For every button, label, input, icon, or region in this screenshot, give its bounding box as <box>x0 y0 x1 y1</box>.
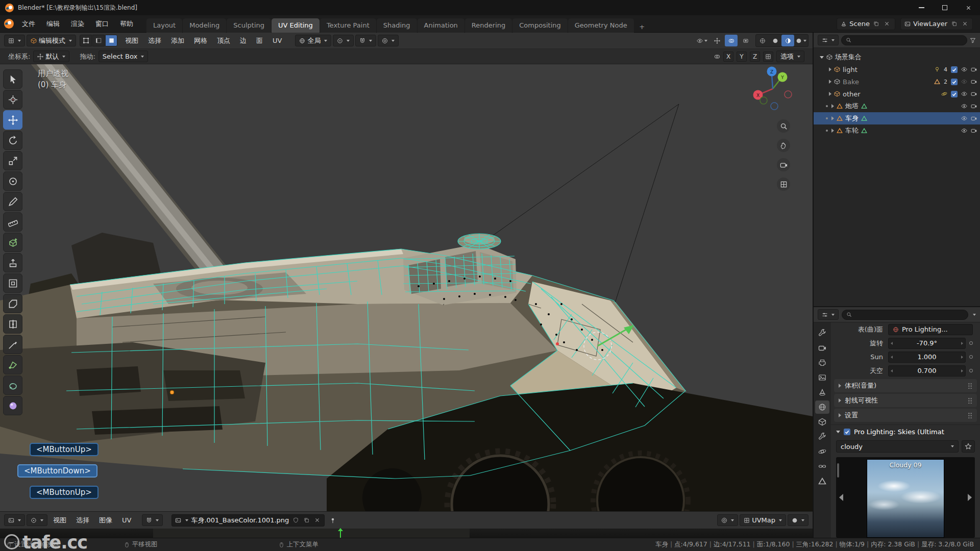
tool-measure[interactable] <box>3 212 22 232</box>
transform-orientation-selector[interactable]: 全局 <box>295 35 331 46</box>
keyframe-dot[interactable] <box>969 355 973 359</box>
properties-tab-physics[interactable] <box>815 445 829 458</box>
tool-transform[interactable] <box>3 171 22 191</box>
camera-visibility-icon[interactable] <box>971 128 977 134</box>
uvmap-selector[interactable]: UVMap <box>740 514 786 526</box>
menu-vertex[interactable]: 顶点 <box>213 34 234 47</box>
tool-knife[interactable] <box>3 335 22 354</box>
outliner-row-turret[interactable]: 炮塔 <box>814 100 980 112</box>
tab-sculpting[interactable]: Sculpting <box>227 18 271 33</box>
rotation-value-field[interactable]: -70.9° <box>888 338 966 349</box>
pan-hand-icon[interactable] <box>777 139 790 152</box>
outliner-row-wheels[interactable]: 车轮 <box>814 124 980 137</box>
uv-menu-select[interactable]: 选择 <box>72 514 93 527</box>
preview-scrollbar[interactable] <box>837 463 839 478</box>
blender-menu-logo[interactable] <box>4 19 14 29</box>
menu-help[interactable]: 帮助 <box>115 17 138 31</box>
collection-checkbox[interactable] <box>951 91 958 97</box>
visibility-dropdown[interactable] <box>695 35 709 46</box>
navigation-gizmo[interactable]: X Y Z <box>749 65 796 112</box>
overlays-toggle[interactable] <box>725 35 738 46</box>
camera-view-icon[interactable] <box>777 158 790 171</box>
tool-smooth[interactable] <box>3 396 22 415</box>
face-select-button[interactable] <box>105 35 117 46</box>
pivot-point-selector[interactable] <box>333 35 354 46</box>
camera-visibility-icon[interactable] <box>971 91 977 97</box>
zoom-icon[interactable] <box>777 119 790 133</box>
section-volume[interactable]: 体积(音量) <box>834 379 977 392</box>
outliner-item-label[interactable]: other <box>843 90 861 98</box>
tab-texture-paint[interactable]: Texture Paint <box>320 18 376 33</box>
camera-visibility-icon[interactable] <box>971 103 977 109</box>
tab-animation[interactable]: Animation <box>418 18 464 33</box>
outliner-row-scene-collection[interactable]: 场景集合 <box>814 51 980 63</box>
snapping-selector[interactable] <box>355 35 376 46</box>
collection-checkbox[interactable] <box>951 79 958 85</box>
menu-render[interactable]: 渲染 <box>66 17 89 31</box>
mode-selector[interactable]: 编辑模式 <box>27 35 76 46</box>
outliner-editor-selector[interactable] <box>818 35 839 45</box>
outliner-item-label[interactable]: 场景集合 <box>835 53 862 62</box>
sun-value-field[interactable]: 1.000 <box>888 352 966 363</box>
menu-window[interactable]: 窗口 <box>90 17 114 31</box>
shading-material-button[interactable] <box>781 35 794 46</box>
tool-poly-build[interactable] <box>3 355 22 374</box>
uv-snapping-selector[interactable] <box>142 514 163 526</box>
uv-menu-uv[interactable]: UV <box>118 514 135 526</box>
snap-grid-toggle[interactable] <box>763 52 773 62</box>
uv-display-channels-selector[interactable] <box>788 514 808 526</box>
gizmo-toggle[interactable] <box>710 35 723 46</box>
options-dropdown[interactable]: 选项 <box>776 51 804 62</box>
tab-modeling[interactable]: Modeling <box>183 18 226 33</box>
tool-spin[interactable] <box>3 375 22 395</box>
uv-editor-canvas[interactable] <box>0 529 813 538</box>
maximize-button[interactable] <box>933 0 957 15</box>
menu-mesh[interactable]: 网格 <box>190 34 211 47</box>
pro-lighting-panel-header[interactable]: Pro Lighting: Skies (Ultimat <box>831 424 980 439</box>
tool-scale[interactable] <box>3 151 22 170</box>
pin-image-button[interactable] <box>326 514 339 526</box>
properties-tab-output[interactable] <box>815 356 829 369</box>
uv-menu-view[interactable]: 视图 <box>49 514 70 527</box>
new-scene-icon[interactable] <box>872 20 880 28</box>
mirror-z-toggle[interactable]: Z <box>750 52 760 62</box>
unlink-scene-icon[interactable] <box>883 20 891 28</box>
fake-user-shield-icon[interactable] <box>291 516 300 524</box>
ortho-grid-icon[interactable] <box>777 178 790 191</box>
uv-proportional-selector[interactable] <box>717 514 738 526</box>
editor-type-selector[interactable] <box>4 35 25 46</box>
surface-shader-button[interactable]: Pro Lighting... <box>888 324 973 335</box>
outliner-row-light[interactable]: light 4 <box>814 63 980 76</box>
properties-tab-view-layer[interactable] <box>815 371 829 384</box>
uv-editor-type-selector[interactable] <box>4 514 25 526</box>
mirror-x-toggle[interactable]: X <box>723 52 733 62</box>
properties-tab-render[interactable] <box>815 341 829 355</box>
blender-app-icon[interactable] <box>5 4 14 12</box>
tab-uv-editing[interactable]: UV Editing <box>272 18 320 33</box>
menu-edge[interactable]: 边 <box>236 34 251 47</box>
sky-preset-dropdown[interactable]: cloudy <box>836 440 959 453</box>
new-image-icon[interactable] <box>302 516 310 524</box>
camera-visibility-icon[interactable] <box>971 79 977 85</box>
vertex-select-button[interactable] <box>80 35 92 46</box>
scene-selector[interactable]: Scene <box>837 18 895 30</box>
outliner-row-bake[interactable]: Bake 2 <box>814 76 980 88</box>
section-settings[interactable]: 设置 <box>834 409 977 422</box>
hide-eye-icon[interactable] <box>961 66 967 72</box>
outliner-item-label[interactable]: 车身 <box>845 114 859 123</box>
keyframe-dot[interactable] <box>969 369 973 372</box>
tool-add-cube[interactable] <box>3 233 22 252</box>
remove-viewlayer-icon[interactable] <box>961 20 969 28</box>
properties-tab-scene[interactable] <box>815 386 829 399</box>
shading-rendered-button[interactable] <box>794 35 808 46</box>
tab-rendering[interactable]: Rendering <box>465 18 512 33</box>
properties-tab-object[interactable] <box>815 415 829 429</box>
menu-file[interactable]: 文件 <box>17 17 40 31</box>
next-preset-arrow[interactable] <box>968 494 972 501</box>
outliner-row-hull[interactable]: 车身 <box>814 112 980 124</box>
tab-layout[interactable]: Layout <box>146 18 182 33</box>
add-workspace-button[interactable]: + <box>636 21 648 33</box>
expand-icon[interactable] <box>829 67 831 71</box>
outliner-search[interactable] <box>841 35 967 45</box>
sky-value-field[interactable]: 0.700 <box>888 365 966 377</box>
